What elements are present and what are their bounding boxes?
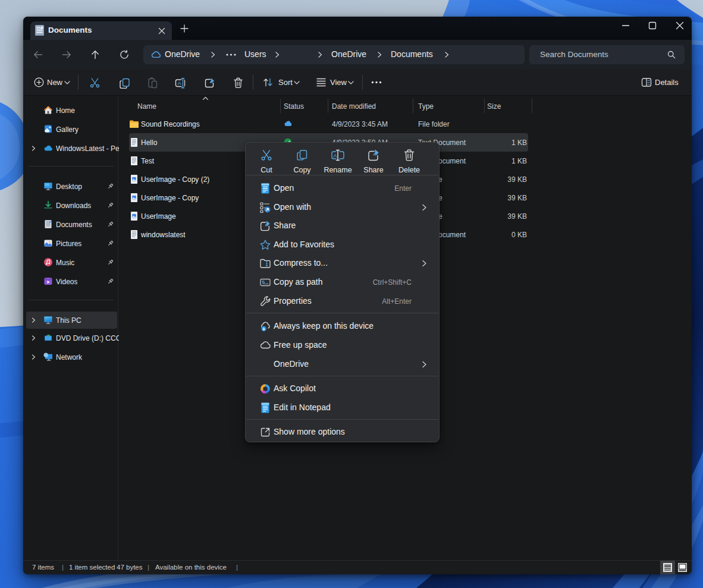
svg-text:A: A bbox=[177, 80, 181, 86]
svg-text:A: A bbox=[334, 153, 337, 159]
